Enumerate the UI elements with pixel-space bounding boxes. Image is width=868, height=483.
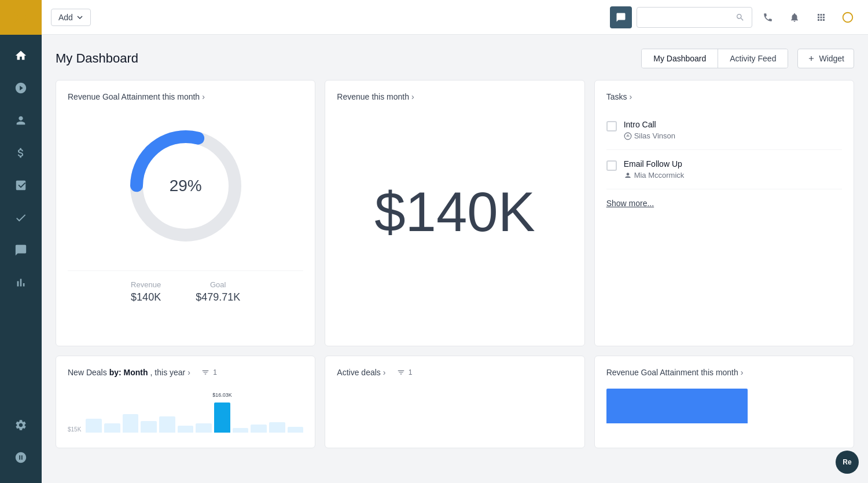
- bar-may: [159, 416, 175, 433]
- task-assignee-2: Mia Mccormick: [624, 171, 842, 180]
- person-small-icon: [624, 171, 632, 180]
- show-more-link[interactable]: Show more...: [606, 199, 654, 208]
- chevron-right-icon-3[interactable]: ›: [629, 92, 638, 101]
- revenue-goal-2-bar: [606, 389, 748, 423]
- zendesk-top-button[interactable]: [837, 6, 859, 28]
- sidebar-item-home[interactable]: [0, 39, 42, 72]
- donut-percentage: 29%: [170, 177, 202, 195]
- chat-icon: [616, 12, 626, 23]
- sidebar-item-analytics[interactable]: [0, 266, 42, 299]
- chevron-right-icon-5[interactable]: ›: [383, 368, 392, 377]
- zendesk-icon: [14, 451, 27, 464]
- filter-svg: [201, 368, 209, 376]
- stat-revenue: Revenue $140K: [131, 280, 161, 303]
- apps-button[interactable]: [810, 6, 832, 28]
- bar-mar: [123, 414, 139, 433]
- task-checkbox-2[interactable]: [606, 160, 617, 171]
- logo-icon: [12, 8, 30, 27]
- apps-icon: [816, 12, 826, 23]
- bottom-grid: New Deals by: Month , this year › 1 $15K: [56, 356, 854, 448]
- revenue-month-card: Revenue this month › $140K: [325, 80, 584, 346]
- tasks-icon: [14, 211, 27, 224]
- sidebar-item-activity[interactable]: [0, 72, 42, 104]
- task-assignee-1: Silas Vinson: [624, 131, 842, 140]
- stat-goal-label: Goal: [196, 280, 240, 289]
- task-assignee-name-2: Mia Mccormick: [634, 171, 685, 180]
- page-title: My Dashboard: [56, 51, 641, 66]
- revenue-goal-2-title: Revenue Goal Attainment: [606, 368, 699, 377]
- main: Add My Dashboard My Dashboard: [42, 0, 868, 483]
- task-content-1: Intro Call Silas Vinson: [624, 120, 842, 140]
- sidebar-item-forecast[interactable]: [0, 169, 42, 202]
- filter-icon-2[interactable]: [397, 368, 405, 376]
- card-header-revenue-month: Revenue this month ›: [337, 92, 572, 101]
- tab-activity[interactable]: Activity Feed: [718, 49, 788, 68]
- notifications-button[interactable]: [784, 6, 806, 28]
- analytics-icon: [14, 276, 27, 289]
- new-deals-mid: by: Month: [109, 368, 148, 377]
- activity-icon: [14, 82, 27, 94]
- new-deals-subtitle: , this year: [150, 368, 186, 377]
- active-deals-card: Active deals › 1: [325, 356, 584, 448]
- bar-apr: [141, 421, 157, 433]
- bar-dec: [288, 427, 304, 433]
- bar-jan: [86, 419, 102, 433]
- bar-jul: [196, 423, 212, 433]
- new-deals-chart: $15K $16.03K: [68, 386, 303, 433]
- bar-nov: [269, 422, 285, 433]
- tasks-title: Tasks: [606, 92, 627, 101]
- stat-revenue-value: $140K: [131, 291, 161, 303]
- sidebar-item-contacts[interactable]: [0, 104, 42, 137]
- task-item-1: Intro Call Silas Vinson: [606, 111, 842, 150]
- revenue-goal-card: Revenue Goal Attainment this month › 29%: [56, 80, 315, 346]
- chevron-right-icon[interactable]: ›: [202, 92, 211, 101]
- y-label: $15K: [68, 426, 81, 433]
- chevron-down-icon: [76, 14, 83, 21]
- sidebar-item-messages[interactable]: [0, 234, 42, 266]
- card-header-new-deals: New Deals by: Month , this year › 1: [68, 368, 303, 377]
- cards-grid: Revenue Goal Attainment this month › 29%: [56, 80, 854, 346]
- search-input[interactable]: [643, 13, 735, 22]
- task-item-2: Email Follow Up Mia Mccormick: [606, 150, 842, 189]
- card-header-active-deals: Active deals › 1: [337, 368, 572, 377]
- task-name-2: Email Follow Up: [624, 159, 842, 169]
- bar-sep: [233, 428, 249, 433]
- search-box[interactable]: [637, 7, 752, 28]
- tasks-card: Tasks › Intro Call Silas Vinson: [594, 80, 854, 346]
- sidebar-item-deals[interactable]: [0, 137, 42, 169]
- sidebar-item-zendesk[interactable]: [0, 441, 42, 474]
- revenue-goal-subtitle: this month: [163, 92, 200, 101]
- sidebar-item-tasks[interactable]: [0, 202, 42, 234]
- chevron-right-icon-2[interactable]: ›: [411, 92, 421, 101]
- bar-aug-label: $16.03K: [212, 392, 232, 398]
- page-header: My Dashboard My Dashboard Activity Feed …: [56, 49, 854, 68]
- bell-icon: [789, 12, 800, 23]
- sidebar-nav: [0, 35, 42, 409]
- bar-feb: [104, 423, 120, 433]
- contacts-icon: [14, 114, 27, 127]
- filter-icon[interactable]: [201, 368, 209, 376]
- bar-jun: [178, 426, 194, 433]
- revenue-goal-2-subtitle: this month: [701, 368, 738, 377]
- bar-aug: $16.03K: [214, 402, 230, 433]
- widget-button[interactable]: Widget: [797, 49, 854, 68]
- logo[interactable]: [0, 0, 42, 35]
- task-content-2: Email Follow Up Mia Mccormick: [624, 159, 842, 180]
- sidebar-item-settings[interactable]: [0, 409, 42, 441]
- tab-dashboard[interactable]: My Dashboard: [642, 49, 718, 68]
- new-deals-filter-count: 1: [213, 368, 217, 376]
- re-badge[interactable]: Re: [836, 451, 859, 474]
- filter-svg-2: [397, 368, 405, 376]
- chevron-right-icon-6[interactable]: ›: [741, 368, 750, 377]
- phone-button[interactable]: [757, 6, 779, 28]
- card-header-tasks: Tasks ›: [606, 92, 842, 101]
- new-deals-title: New Deals: [68, 368, 107, 377]
- chat-button[interactable]: [610, 6, 632, 28]
- task-checkbox-1[interactable]: [606, 121, 617, 131]
- phone-small-icon: [624, 132, 632, 140]
- tab-group: My Dashboard Activity Feed: [641, 49, 788, 68]
- revenue-goal-2-card: Revenue Goal Attainment this month ›: [594, 356, 854, 448]
- add-button[interactable]: Add: [51, 9, 91, 26]
- chevron-right-icon-4[interactable]: ›: [187, 368, 197, 377]
- svg-marker-0: [14, 12, 28, 23]
